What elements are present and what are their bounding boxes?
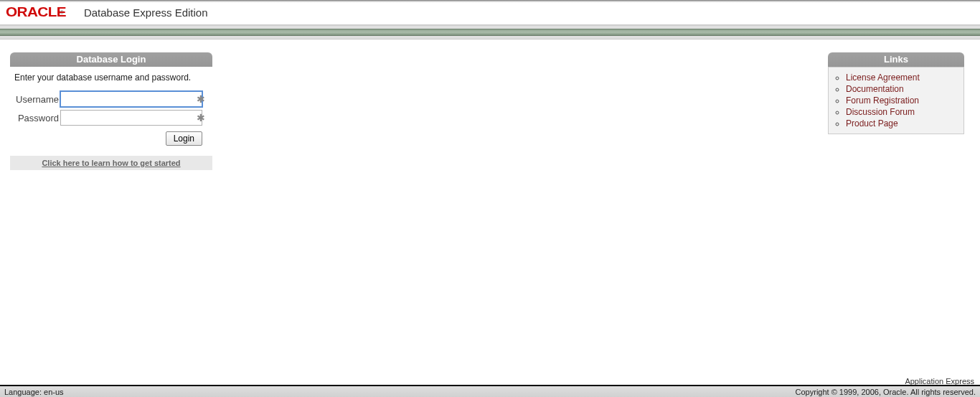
footer-bar: Language: en-us Copyright © 1999, 2006, …	[0, 386, 980, 397]
product-title: Database Express Edition	[84, 6, 208, 19]
link-documentation[interactable]: Documentation	[846, 84, 904, 94]
oracle-logo: ORACLE	[6, 5, 66, 20]
username-input[interactable]	[60, 91, 202, 107]
link-license-agreement[interactable]: License Agreement	[846, 73, 920, 83]
link-product-page[interactable]: Product Page	[846, 118, 898, 129]
header-bar: ORACLE® Database Express Edition	[0, 2, 980, 25]
login-header: Database Login	[10, 52, 212, 67]
links-region: Links License Agreement Documentation Fo…	[828, 52, 964, 134]
password-input[interactable]	[60, 110, 202, 126]
username-row: Username ✱	[10, 91, 212, 107]
list-item: License Agreement	[846, 72, 962, 83]
password-row: Password ✱	[10, 110, 212, 126]
list-item: Discussion Forum	[846, 106, 962, 118]
green-bar	[0, 29, 980, 36]
login-region: Database Login Enter your database usern…	[10, 52, 212, 170]
get-started-bar: Click here to learn how to get started	[10, 156, 212, 170]
login-button[interactable]: Login	[166, 131, 202, 146]
password-label: Password	[10, 113, 60, 123]
get-started-link[interactable]: Click here to learn how to get started	[42, 159, 180, 167]
links-list: License Agreement Documentation Forum Re…	[830, 72, 962, 129]
copyright-label: Copyright © 1999, 2006, Oracle. All righ…	[796, 388, 976, 396]
link-forum-registration[interactable]: Forum Registration	[846, 95, 919, 106]
list-item: Product Page	[846, 118, 962, 129]
link-discussion-forum[interactable]: Discussion Forum	[846, 107, 915, 117]
login-instruction: Enter your database username and passwor…	[10, 67, 212, 91]
language-label: Language: en-us	[4, 388, 64, 396]
username-label: Username	[10, 94, 60, 105]
list-item: Documentation	[846, 83, 962, 95]
links-header: Links	[828, 52, 964, 67]
nav-strip	[0, 25, 980, 39]
list-item: Forum Registration	[846, 95, 962, 106]
